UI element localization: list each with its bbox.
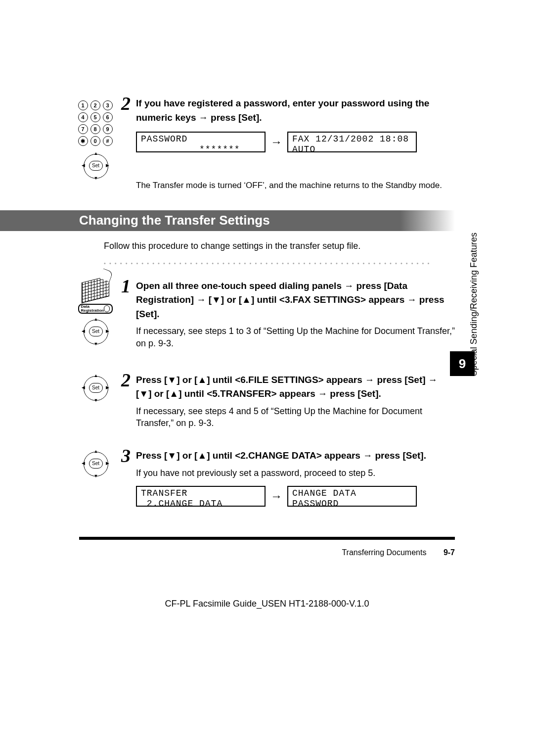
content-area: 123456789✱0# Set ▲ ▼ ◀ ▶ 2 If you have r… [79,96,455,548]
lcd-row: TRANSFER 2.CHANGE DATA → CHANGE DATA PAS… [136,486,455,507]
step-number: 2 [121,369,131,391]
lcd-row: PASSWORD ******* → FAX 12/31/2002 18:08 … [136,132,455,152]
footer: Transferring Documents 9-7 [79,548,455,557]
page: 123456789✱0# Set ▲ ▼ ◀ ▶ 2 If you have r… [0,0,534,756]
step-body: If necessary, see steps 4 and 5 of “Sett… [136,405,455,429]
lcd-display: PASSWORD ******* [136,132,266,152]
step-open-panels: Data Registration Set ▲ ▼ ◀ ▶ 1 Open all… [79,279,455,353]
keypad-key: # [103,136,113,146]
keypad-key: 2 [90,100,100,110]
step-number: 1 [121,275,131,297]
page-number: 9-7 [444,548,455,557]
step-heading: Open all three one-touch speed dialing p… [136,279,455,322]
step-password: 123456789✱0# Set ▲ ▼ ◀ ▶ 2 If you have r… [79,96,455,171]
keypad-key: 7 [78,124,88,134]
keypad-key: 6 [103,112,113,122]
keypad-key: 4 [78,112,88,122]
step-heading: Press [▼] or [▲] until <6.FILE SETTINGS>… [136,373,455,401]
keypad-icon: 123456789✱0# Set ▲ ▼ ◀ ▶ [72,100,119,181]
step-heading: If you have registered a password, enter… [136,96,455,125]
divider-dots: • • • • • • • • • • • • • • • • • • • • … [79,260,430,266]
footer-section: Transferring Documents [342,548,426,557]
keypad-key: 3 [103,100,113,110]
step-icons: Set ▲ ▼ ◀ ▶ [72,373,119,403]
step-body: If you have not previously set a passwor… [136,467,455,479]
step-icons: Set ▲ ▼ ◀ ▶ [72,449,119,478]
keypad-key: 0 [90,136,100,146]
note-text: The Transfer mode is turned ‘OFF’, and t… [79,180,455,191]
document-id: CF-PL Facsimile Guide_USEN HT1-2188-000-… [0,599,534,609]
lcd-display: CHANGE DATA PASSWORD [287,486,417,507]
keypad-key: 1 [78,100,88,110]
step-change-data: Set ▲ ▼ ◀ ▶ 3 Press [▼] or [▲] until <2.… [79,449,455,528]
step-heading: Press [▼] or [▲] until <2.CHANGE DATA> a… [136,449,455,463]
dpad-icon: Set ▲ ▼ ◀ ▶ [81,317,110,346]
step-icons: Data Registration Set ▲ ▼ ◀ ▶ [72,279,119,346]
step-body: If necessary, see steps 1 to 3 of “Setti… [136,325,455,349]
lcd-display: TRANSFER 2.CHANGE DATA [136,486,266,507]
dpad-icon: Set ▲ ▼ ◀ ▶ [81,373,110,403]
step-file-settings: Set ▲ ▼ ◀ ▶ 2 Press [▼] or [▲] until <6.… [79,373,455,429]
arrow-icon: → [270,135,282,149]
footer-rule [79,537,455,540]
chapter-number-tab: 9 [450,351,475,376]
dpad-icon: Set ▲ ▼ ◀ ▶ [81,449,110,478]
section-intro: Follow this procedure to change settings… [79,241,455,251]
step-number: 3 [121,445,131,467]
keypad-key: 8 [90,124,100,134]
arrow-icon: → [270,489,282,503]
panel-icon [82,276,109,303]
section-heading: Changing the Transfer Settings [0,210,455,231]
keypad-key: 9 [103,124,113,134]
step-number: 2 [121,93,131,114]
data-registration-icon: Data Registration [78,304,113,314]
dpad-icon: Set ▲ ▼ ◀ ▶ [81,151,110,181]
keypad-key: 5 [90,112,100,122]
keypad-key: ✱ [78,136,88,146]
lcd-display: FAX 12/31/2002 18:08 AUTO [287,132,417,152]
